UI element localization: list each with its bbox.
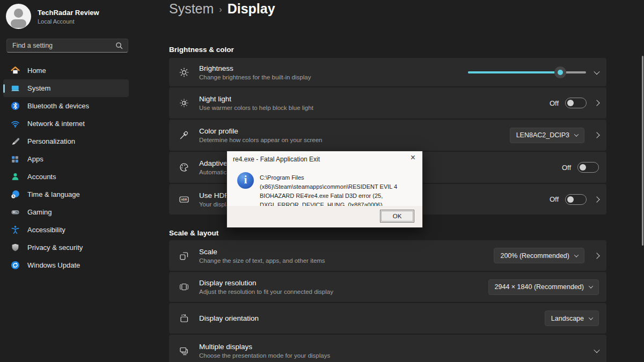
- brush-icon: [10, 136, 20, 147]
- setting-row-night-light[interactable]: Night light Use warmer colors to help bl…: [169, 87, 606, 119]
- color-profile-dropdown[interactable]: LEN8AC2_DCIP3: [510, 128, 584, 143]
- chevron-right-icon[interactable]: [594, 100, 599, 106]
- svg-text:HDR: HDR: [181, 198, 187, 201]
- search-input[interactable]: [7, 42, 115, 49]
- ok-button[interactable]: OK: [381, 211, 413, 221]
- section-heading-brightness: Brightness & color: [169, 46, 234, 54]
- expand-chevron-down-icon[interactable]: [594, 347, 599, 353]
- dropdown-value: 200% (Recommended): [500, 252, 569, 260]
- sidebar-item-accounts[interactable]: Accounts: [3, 168, 129, 186]
- sidebar-item-privacy[interactable]: Privacy & security: [3, 239, 129, 256]
- avatar-body: [11, 19, 26, 28]
- sidebar-item-label: System: [27, 84, 50, 92]
- chevron-right-icon[interactable]: [594, 132, 599, 138]
- row-subtitle: Determine how colors appear on your scre…: [199, 137, 322, 143]
- person-icon: [10, 172, 20, 182]
- orientation-icon: [178, 313, 190, 324]
- chevron-right-icon[interactable]: [594, 196, 599, 202]
- sidebar-item-bluetooth[interactable]: Bluetooth & devices: [3, 97, 129, 115]
- hdr-icon: HDR: [178, 194, 190, 205]
- search-box[interactable]: [6, 39, 128, 53]
- dialog-title: re4.exe - Fatal Application Exit: [233, 156, 320, 163]
- display-resolution-dropdown[interactable]: 2944 × 1840 (Recommended): [488, 279, 599, 295]
- avatar: [6, 4, 31, 29]
- sidebar-item-gaming[interactable]: Gaming: [3, 203, 129, 221]
- sidebar-item-home[interactable]: Home: [3, 62, 129, 79]
- row-title: Night light: [199, 95, 313, 103]
- system-icon: [10, 83, 20, 94]
- toggle-knob: [567, 196, 574, 203]
- close-icon[interactable]: ×: [411, 153, 415, 162]
- apps-icon: [10, 154, 20, 165]
- use-hdr-toggle[interactable]: [565, 194, 587, 205]
- row-title: Color profile: [199, 127, 322, 135]
- clock-globe-icon: [10, 189, 20, 200]
- sidebar-item-label: Apps: [27, 155, 43, 163]
- search-icon: [115, 42, 123, 49]
- display-orientation-dropdown[interactable]: Landscape: [545, 311, 599, 326]
- dropdown-value: LEN8AC2_DCIP3: [516, 131, 569, 139]
- dropdown-value: Landscape: [551, 315, 584, 322]
- setting-row-scale[interactable]: Scale Change the size of text, apps, and…: [169, 240, 606, 271]
- avatar-head: [14, 9, 23, 18]
- sidebar-item-windows-update[interactable]: Windows Update: [3, 256, 129, 274]
- setting-row-display-orientation[interactable]: Display orientation Landscape: [169, 303, 606, 334]
- sidebar-item-label: Accessibility: [27, 226, 65, 234]
- setting-row-brightness[interactable]: Brightness Change brightness for the bui…: [169, 58, 606, 86]
- sidebar-item-system[interactable]: System: [3, 79, 129, 97]
- brightness-icon: [178, 67, 190, 78]
- toggle-knob: [580, 164, 586, 171]
- slider-fill: [468, 71, 560, 73]
- sidebar-item-label: Time & language: [27, 190, 80, 198]
- row-title: Display orientation: [199, 314, 259, 322]
- account-name: TechRadar Review: [38, 9, 99, 17]
- row-subtitle: Use warmer colors to help block blue lig…: [199, 105, 313, 111]
- sidebar-item-label: Bluetooth & devices: [27, 102, 89, 110]
- sidebar-item-time-language[interactable]: Time & language: [3, 186, 129, 203]
- row-subtitle: Choose the presentation mode for your di…: [199, 352, 330, 359]
- color-profile-icon: [178, 129, 190, 141]
- breadcrumb: System › Display: [169, 1, 275, 17]
- ok-button-focus-ring: OK: [380, 210, 414, 223]
- sidebar-item-label: Home: [27, 67, 46, 75]
- sidebar-item-accessibility[interactable]: Accessibility: [3, 221, 129, 239]
- chevron-right-icon[interactable]: [594, 253, 599, 258]
- row-subtitle: Adjust the resolution to fit your connec…: [199, 289, 333, 295]
- update-icon: [10, 260, 20, 271]
- sidebar-item-personalization[interactable]: Personalization: [3, 132, 129, 150]
- toggle-knob: [567, 100, 574, 106]
- setting-row-display-resolution[interactable]: Display resolution Adjust the resolution…: [169, 272, 606, 302]
- chevron-down-icon: [589, 284, 593, 288]
- multiple-displays-icon: [178, 345, 190, 357]
- info-icon: i: [237, 172, 254, 189]
- sidebar-item-network[interactable]: Network & internet: [3, 115, 129, 132]
- scale-dropdown[interactable]: 200% (Recommended): [494, 248, 584, 263]
- sidebar-item-label: Network & internet: [27, 120, 85, 128]
- scale-icon: [178, 250, 190, 262]
- sidebar-item-apps[interactable]: Apps: [3, 150, 129, 168]
- night-light-toggle[interactable]: [565, 98, 587, 108]
- breadcrumb-separator-icon: ›: [219, 5, 222, 14]
- scrollbar-thumb[interactable]: [642, 56, 643, 246]
- setting-row-multiple-displays[interactable]: Multiple displays Choose the presentatio…: [169, 335, 606, 362]
- error-dialog: re4.exe - Fatal Application Exit × i C:\…: [226, 151, 423, 228]
- row-title: Scale: [199, 248, 325, 256]
- sidebar-item-label: Gaming: [27, 208, 52, 216]
- row-title: Brightness: [199, 64, 311, 72]
- brightness-slider[interactable]: [468, 67, 586, 78]
- user-account[interactable]: TechRadar Review Local Account: [6, 4, 99, 29]
- gamepad-icon: [10, 207, 20, 218]
- selected-indicator: [3, 84, 5, 93]
- expand-chevron-down-icon[interactable]: [594, 68, 599, 74]
- adaptive-color-toggle[interactable]: [577, 162, 599, 173]
- night-light-icon: [178, 97, 190, 109]
- breadcrumb-parent[interactable]: System: [169, 1, 214, 17]
- dropdown-value: 2944 × 1840 (Recommended): [495, 283, 584, 291]
- account-type: Local Account: [38, 18, 99, 25]
- section-heading-scale: Scale & layout: [169, 229, 218, 237]
- toggle-state-label: Off: [550, 99, 559, 107]
- chevron-down-icon: [574, 253, 579, 257]
- toggle-state-label: Off: [550, 195, 559, 203]
- slider-thumb[interactable]: [554, 67, 566, 78]
- setting-row-color-profile[interactable]: Color profile Determine how colors appea…: [169, 120, 606, 151]
